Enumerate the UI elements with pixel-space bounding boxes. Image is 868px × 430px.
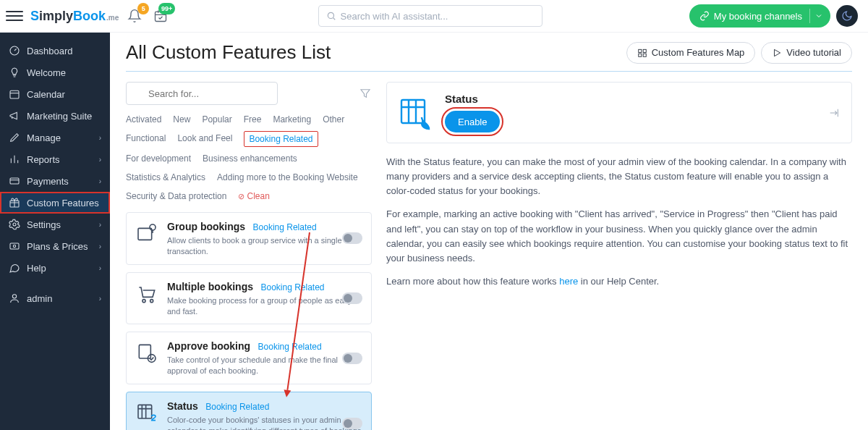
feature-toggle[interactable] [342,232,362,244]
feature-toggle[interactable] [342,353,362,364]
top-header: SimplyBook.me 5 99+ Search with AI assis… [0,0,868,33]
sidebar-item-help[interactable]: Help› [0,257,110,279]
tag-free[interactable]: Free [244,112,262,127]
tag-functional[interactable]: Functional [126,131,166,147]
card-icon [9,175,20,187]
ai-search-placeholder: Search with AI assistant... [341,11,448,22]
bars-icon [9,153,20,165]
svg-rect-11 [643,49,646,52]
chat-icon [9,262,20,274]
group-icon [135,220,158,246]
sidebar-item-plans-prices[interactable]: Plans & Prices› [0,235,110,257]
gear-icon [9,219,20,230]
features-search-input[interactable] [126,82,278,105]
sidebar-item-dashboard[interactable]: Dashboard [0,40,110,62]
sidebar-item-marketing-suite[interactable]: Marketing Suite [0,105,110,127]
sidebar-item-settings[interactable]: Settings› [0,214,110,235]
svg-rect-10 [638,49,641,52]
pencil-icon [9,132,20,143]
play-icon [772,48,782,58]
brand-logo[interactable]: SimplyBook.me [30,9,119,24]
feature-detail-title: Status [445,93,500,105]
svg-rect-13 [643,54,646,56]
feature-detail-header: Status Enable [386,82,852,143]
enable-feature-button[interactable]: Enable [445,111,500,132]
tag-booking-related[interactable]: Booking Related [244,131,318,147]
chevron-down-icon [814,12,823,20]
status-large-icon [399,96,433,130]
svg-point-18 [150,299,153,302]
gift-icon [9,197,20,208]
header-calendar-icon[interactable]: 99+ [150,6,171,26]
svg-point-8 [13,245,15,247]
search-icon [326,11,336,21]
svg-rect-15 [138,228,152,240]
tag-adding-more[interactable]: Adding more to the Booking Website [217,170,358,185]
price-icon [9,240,20,252]
sidebar-item-custom-features[interactable]: Custom Features [0,192,110,214]
tag-other[interactable]: Other [323,112,344,127]
help-center-link[interactable]: here [559,276,578,287]
tag-marketing[interactable]: Marketing [273,112,311,127]
tag-popular[interactable]: Popular [202,112,231,127]
tag-security[interactable]: Security & Data protection [126,189,226,203]
feature-detail-body: With the Status feature, you can make th… [386,155,852,289]
filter-icon[interactable] [359,87,372,100]
bell-badge: 5 [137,3,149,14]
filter-tag-list: Activated New Popular Free Marketing Oth… [126,112,372,203]
moon-icon [841,10,853,22]
menu-toggle-icon[interactable] [6,7,23,25]
tag-new[interactable]: New [173,112,190,127]
custom-features-map-button[interactable]: Custom Features Map [626,42,756,64]
svg-point-17 [142,299,145,302]
svg-rect-21 [138,405,152,418]
sidebar: Dashboard Welcome Calendar Marketing Sui… [0,33,110,430]
svg-point-1 [328,12,333,18]
svg-rect-3 [10,90,19,98]
svg-rect-24 [401,100,425,123]
calendar-badge: 99+ [158,3,175,14]
sidebar-item-reports[interactable]: Reports› [0,148,110,170]
feature-card-multiple-bookings[interactable]: Multiple bookings Booking Related Make b… [126,272,372,325]
tag-for-development[interactable]: For development [126,151,191,166]
global-ai-search[interactable]: Search with AI assistant... [318,5,542,27]
gauge-icon [9,45,20,56]
main-content: All Custom Features List Custom Features… [110,33,868,430]
feature-card-group-bookings[interactable]: Group bookings Booking Related Allow cli… [126,212,372,265]
cart-icon [135,280,158,306]
feature-toggle[interactable] [342,292,362,304]
expand-icon[interactable] [828,107,840,119]
sidebar-item-payments[interactable]: Payments› [0,170,110,192]
status-icon [135,400,158,426]
sidebar-item-welcome[interactable]: Welcome [0,62,110,83]
megaphone-icon [9,110,20,122]
sidebar-item-calendar[interactable]: Calendar [0,83,110,105]
svg-rect-4 [10,178,19,184]
tag-look-feel[interactable]: Look and Feel [177,131,232,147]
link-icon [699,11,710,21]
map-icon [637,48,647,58]
tag-clean[interactable]: Clean [238,189,269,203]
feature-card-approve-booking[interactable]: Approve booking Booking Related Take con… [126,332,372,384]
notifications-bell-icon[interactable]: 5 [124,6,145,26]
tag-activated[interactable]: Activated [126,112,161,127]
svg-rect-7 [10,243,19,249]
svg-rect-12 [638,54,641,56]
sidebar-item-admin[interactable]: admin› [0,287,110,309]
bulb-icon [9,67,20,78]
detail-paragraph: Learn more about how this feature works … [386,274,852,289]
svg-point-6 [13,223,16,226]
calendar-icon [9,88,20,100]
sidebar-item-manage[interactable]: Manage› [0,127,110,148]
feature-card-status[interactable]: Status Booking Related Color-code your b… [126,392,372,430]
theme-toggle-button[interactable] [836,5,858,27]
tag-stats[interactable]: Statistics & Analytics [126,170,205,185]
my-booking-channels-button[interactable]: My booking channels [689,4,830,28]
video-tutorial-button[interactable]: Video tutorial [761,42,852,64]
tag-business-enh[interactable]: Business enhancements [203,151,297,166]
page-title: All Custom Features List [126,41,331,64]
feature-toggle[interactable] [342,418,362,429]
user-icon [9,292,20,304]
svg-point-9 [12,295,16,298]
approve-icon [135,340,158,366]
